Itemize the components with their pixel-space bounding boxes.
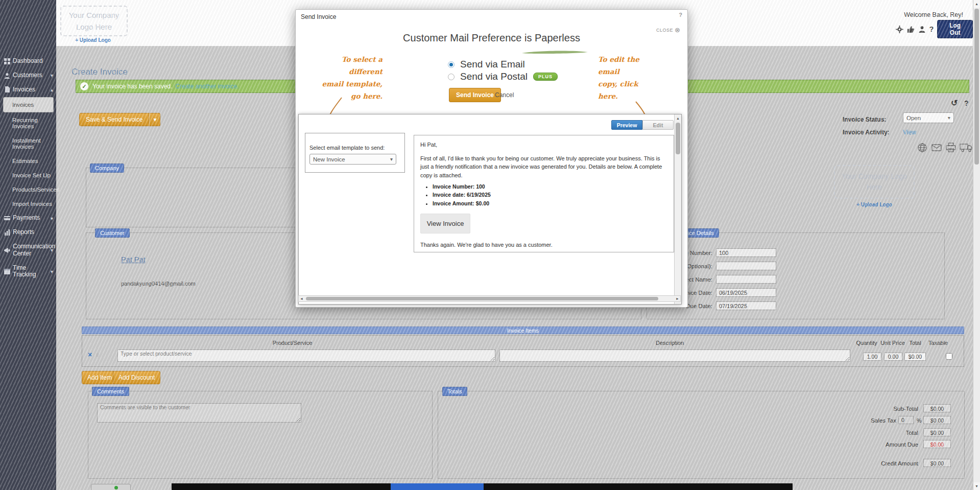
totals-badge: Totals xyxy=(442,387,467,396)
sidebar-subitem-invoices[interactable]: Invoices xyxy=(3,97,54,112)
save-send-split-button: Save & Send Invoice ▾ xyxy=(79,113,160,126)
help-icon[interactable]: ? xyxy=(929,25,934,33)
po-number-input[interactable] xyxy=(716,262,776,270)
green-brush-stroke xyxy=(520,49,589,55)
quantity-input[interactable] xyxy=(863,353,881,361)
preview-tab-button[interactable]: Preview xyxy=(611,120,642,130)
bottom-scrollbar-thumb[interactable] xyxy=(391,483,484,490)
note-right: To edit the email copy, click here. xyxy=(598,53,659,102)
unit-price-input[interactable] xyxy=(884,353,902,361)
email-preview-box: Hi Pat, First of all, I'd like to thank … xyxy=(414,135,674,252)
scroll-right-button[interactable]: ► xyxy=(676,296,679,301)
sidebar-subitem-recurring-invoices[interactable]: Recurring Invoices xyxy=(0,113,56,133)
sidebar-item-time-tracking[interactable]: Time Tracking ▾ xyxy=(0,261,56,283)
scroll-down-button[interactable]: ▼ xyxy=(973,482,980,490)
invoice-status-select[interactable]: Open ▾ xyxy=(903,112,954,123)
template-select[interactable]: New Invoice ▾ xyxy=(309,154,396,165)
due-date-input[interactable] xyxy=(716,301,776,310)
row-total-display xyxy=(904,353,926,361)
taxable-checkbox[interactable] xyxy=(946,353,952,360)
email-bullet-invoice-number: Invoice Number: 100 xyxy=(433,182,667,191)
sidebar-item-invoices[interactable]: Invoices ▴ xyxy=(0,83,56,97)
sidebar-item-communication-center[interactable]: Communication Center ▾ xyxy=(0,240,56,261)
percent-sign: % xyxy=(917,417,921,424)
mail-icon[interactable] xyxy=(931,143,942,153)
save-send-button[interactable]: Save & Send Invoice xyxy=(79,113,149,126)
sidebar-item-reports[interactable]: Reports xyxy=(0,225,56,240)
comments-textarea[interactable] xyxy=(97,403,301,423)
printer-icon[interactable] xyxy=(945,143,957,153)
chevron-down-icon: ▾ xyxy=(51,269,53,275)
delete-row-icon[interactable]: × xyxy=(88,351,92,358)
project-name-input[interactable] xyxy=(716,275,776,284)
calendar-icon xyxy=(4,268,10,274)
edit-tab-button[interactable]: Edit xyxy=(642,120,674,130)
add-discount-button[interactable]: Add Discount xyxy=(113,371,160,384)
modal-cancel-link[interactable]: Cancel xyxy=(495,91,514,99)
total-value: $0.00 xyxy=(923,428,951,436)
view-invoice-button[interactable]: View Invoice xyxy=(420,214,470,234)
invoice-action-icons xyxy=(917,143,973,153)
invoice-number-input[interactable] xyxy=(716,248,776,257)
page-scrollbar-thumb[interactable] xyxy=(974,9,979,165)
sidebar-subitem-products-services[interactable]: Products/Services xyxy=(0,182,56,197)
modal-h-scrollbar-thumb[interactable] xyxy=(306,297,658,300)
help-icon[interactable]: ? xyxy=(964,99,969,107)
sidebar-item-dashboard[interactable]: Dashboard xyxy=(0,54,56,68)
sales-tax-label: Sales Tax xyxy=(816,417,896,424)
bottom-cutoff-button[interactable] xyxy=(91,484,131,490)
sidebar-subitem-import-invoices[interactable]: Import Invoices xyxy=(0,197,56,211)
note-left-line1: To select a different xyxy=(316,53,383,78)
email-bullet-list: Invoice Number: 100 Invoice date: 6/19/2… xyxy=(422,182,667,207)
thumbs-up-icon[interactable] xyxy=(907,26,915,33)
invoice-logo-placeholder[interactable]: Your Company Logo Here xyxy=(834,165,915,199)
customer-badge: Customer xyxy=(95,228,130,238)
truck-icon[interactable] xyxy=(960,143,973,153)
scroll-up-icon: ▲ xyxy=(676,116,680,120)
postal-option-row[interactable]: Send via Postal PLUS xyxy=(448,71,558,82)
email-option-row[interactable]: Send via Email xyxy=(448,59,525,70)
globe-icon[interactable] xyxy=(917,143,928,153)
email-scroll-up-button[interactable]: ▲ xyxy=(675,114,681,122)
sidebar-subitem-installment-invoices[interactable]: Installment Invoices xyxy=(0,133,56,154)
create-another-invoice-link[interactable]: Create another invoice. xyxy=(175,83,238,90)
email-bullet-invoice-date: Invoice date: 6/19/2025 xyxy=(433,191,667,199)
postal-option-label[interactable]: Send via Postal xyxy=(460,71,528,82)
customer-name-link[interactable]: Pat Pat xyxy=(121,255,146,264)
total-label: Total xyxy=(816,430,918,436)
page-scrollbar[interactable]: ▲ ▼ xyxy=(973,0,980,490)
sidebar-item-customers[interactable]: Customers ▾ xyxy=(0,68,56,83)
email-radio[interactable] xyxy=(448,61,455,68)
dashboard-icon xyxy=(4,58,10,64)
add-item-button[interactable]: Add Item xyxy=(82,371,117,384)
col-total: Total xyxy=(905,340,925,346)
description-textarea[interactable] xyxy=(499,349,850,362)
sidebar-item-payments[interactable]: Payments ▾ xyxy=(0,211,56,225)
invoice-date-input[interactable] xyxy=(716,288,776,297)
company-logo-placeholder[interactable]: Your Company Logo Here xyxy=(60,6,128,36)
user-icon[interactable] xyxy=(918,26,926,33)
invoice-activity-label: Invoice Activity: xyxy=(843,129,890,136)
email-panel-scrollbar[interactable]: ▲ ▼ xyxy=(674,114,681,304)
sales-tax-rate-input[interactable] xyxy=(898,416,914,424)
modal-send-invoice-button[interactable]: Send Invoice xyxy=(449,88,501,102)
note-left-line2: email template, xyxy=(316,78,383,90)
upload-logo-link[interactable]: + Upload Logo xyxy=(60,37,126,43)
history-icon[interactable]: ↺ xyxy=(951,98,958,108)
logout-button[interactable]: Log Out xyxy=(937,20,973,38)
sidebar-subitem-invoice-set-up[interactable]: Invoice Set Up xyxy=(0,168,56,182)
email-option-label[interactable]: Send via Email xyxy=(460,59,525,70)
invoice-activity-view-link[interactable]: View xyxy=(903,129,916,136)
save-send-caret-button[interactable]: ▾ xyxy=(149,113,160,126)
scroll-up-button[interactable]: ▲ xyxy=(973,0,980,8)
product-service-textarea[interactable] xyxy=(117,349,495,362)
gear-icon[interactable] xyxy=(896,26,903,33)
modal-help-icon[interactable]: ? xyxy=(679,12,682,18)
email-scrollbar-thumb[interactable] xyxy=(676,123,680,154)
drag-handle-icon[interactable]: ⁞⁞ xyxy=(96,353,99,358)
upload-logo-link[interactable]: + Upload Logo xyxy=(834,202,915,207)
postal-radio[interactable] xyxy=(448,74,455,80)
scroll-left-button[interactable]: ◄ xyxy=(300,296,303,301)
sidebar-subitem-estimates[interactable]: Estimates xyxy=(0,154,56,168)
modal-h-scrollbar[interactable]: ◄ ► xyxy=(298,295,681,302)
